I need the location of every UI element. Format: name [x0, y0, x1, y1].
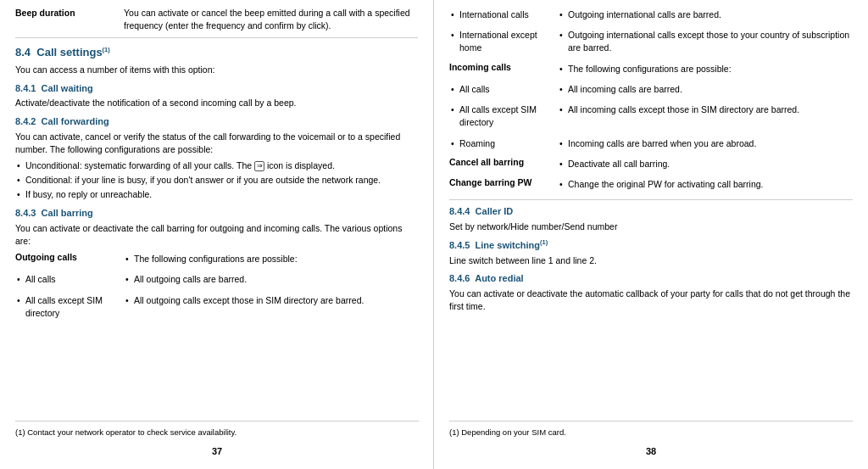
section-845-heading: 8.4.5 Line switching(1) [449, 238, 853, 253]
footnote-divider [15, 421, 419, 422]
list-item: The following configurations are possibl… [124, 253, 418, 265]
forward-icon: ⇒ [254, 161, 264, 171]
section-843-intro: You can activate or deactivate the call … [15, 222, 418, 248]
outgoing-calls-header: Outgoing calls The following configurati… [15, 251, 418, 269]
change-barring-row: Change barring PW Change the original PW… [449, 176, 853, 194]
list-item: Change the original PW for activating ca… [558, 178, 853, 191]
incoming-calls-header: Incoming calls The following configurati… [449, 61, 853, 79]
right-footnote-divider [449, 421, 853, 422]
section-845-text: Line switch between line 1 and line 2. [449, 254, 853, 267]
list-item: Roaming [449, 137, 551, 150]
divider-1 [15, 37, 418, 38]
list-item: Deactivate all call barring. [558, 158, 853, 170]
section-846-text: You can activate or deactivate the autom… [449, 288, 853, 313]
right-page-number: 38 [449, 445, 853, 459]
list-item: The following configurations are possibl… [558, 63, 853, 75]
intl-except-row: International except home Outgoing inter… [449, 27, 853, 58]
list-item: All incoming calls are barred. [558, 83, 853, 96]
section-844-heading: 8.4.4 Caller ID [449, 205, 853, 219]
list-item: International except home [449, 29, 551, 54]
outgoing-row-2: All calls except SIM directory All outgo… [15, 293, 418, 323]
incoming-roaming-row: Roaming Incoming calls are barred when y… [449, 136, 853, 154]
list-item: All calls [449, 83, 551, 96]
outgoing-row-1: All calls All outgoing calls are barred. [15, 271, 418, 289]
list-item: Conditional: if your line is busy, if yo… [15, 174, 418, 187]
right-page: International calls Outgoing internation… [434, 0, 868, 469]
outgoing-calls-right-intro: The following configurations are possibl… [124, 251, 418, 269]
left-page: Beep duration You can activate or cancel… [0, 0, 434, 469]
incoming-all-row: All calls All incoming calls are barred. [449, 81, 853, 99]
section-841-heading: 8.4.1 Call waiting [15, 82, 418, 96]
section-842-heading: 8.4.2 Call forwarding [15, 115, 418, 129]
intl-calls-row: International calls Outgoing internation… [449, 7, 853, 25]
outgoing-calls-label: Outgoing calls [15, 251, 117, 269]
section-841-text: Activate/deactivate the notification of … [15, 97, 418, 109]
section-84-intro: You can access a number of items with th… [15, 64, 418, 76]
list-item: All outgoing calls are barred. [124, 273, 418, 286]
list-item: If busy, no reply or unreachable. [15, 188, 418, 201]
list-item: Unconditional: systematic forwarding of … [15, 159, 418, 172]
list-item: International calls [449, 8, 551, 21]
beep-duration-text: You can activate or cancel the beep emit… [124, 7, 418, 32]
beep-duration-row: Beep duration You can activate or cancel… [15, 7, 418, 32]
list-item: Incoming calls are barred when you are a… [558, 137, 853, 150]
right-footnote: (1) Depending on your SIM card. [449, 427, 853, 438]
list-item: All calls except SIM directory [449, 103, 551, 129]
list-item: Outgoing international calls are barred. [558, 8, 853, 21]
outgoing-intro-bullets: The following configurations are possibl… [124, 253, 418, 265]
beep-duration-label: Beep duration [15, 7, 117, 32]
list-item: Outgoing international calls except thos… [558, 29, 853, 54]
incoming-except-sim-row: All calls except SIM directory All incom… [449, 102, 853, 132]
section-846-heading: 8.4.6 Auto redial [449, 272, 853, 286]
section-843-heading: 8.4.3 Call barring [15, 207, 418, 221]
section-842-text: You can activate, cancel or verify the s… [15, 131, 418, 156]
list-item: All calls except SIM directory [15, 294, 117, 320]
section-844-text: Set by network/Hide number/Send number [449, 221, 853, 233]
right-divider-1 [449, 199, 853, 200]
left-page-number: 37 [15, 445, 419, 459]
cancel-all-row: Cancel all barring Deactivate all call b… [449, 156, 853, 174]
list-item: All calls [15, 273, 117, 286]
section-842-bullets: Unconditional: systematic forwarding of … [15, 159, 418, 202]
list-item: All outgoing calls except those in SIM d… [124, 294, 418, 307]
list-item: All incoming calls except those in SIM d… [558, 103, 853, 116]
left-footnote: (1) Contact your network operator to che… [15, 427, 419, 438]
section-84-heading: 8.4 Call settings(1) [15, 45, 418, 61]
